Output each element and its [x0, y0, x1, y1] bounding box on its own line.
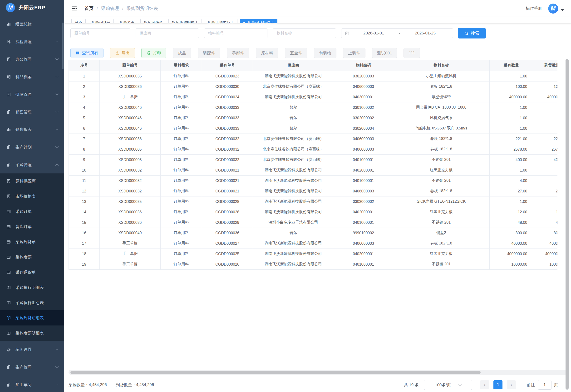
toolbar-button[interactable]: 原材料 — [256, 48, 278, 58]
table-row[interactable]: 12 XSDD000032 订单用料 CGDD000021 湖南飞沃新能源科技股… — [69, 186, 558, 196]
material-code-input[interactable] — [204, 28, 267, 38]
sidebar-item-label: 加工车间 — [15, 382, 56, 388]
table-row[interactable]: 19 手工单据 订单用料 CGDD000026 湖南飞沃新能源科技股份有限公司 … — [69, 259, 558, 270]
cell-order-no: XSDD000036 — [100, 134, 161, 144]
table-row[interactable]: 4 XSDD000046 订单用料 CGDD000033 普尔 03010000… — [69, 102, 558, 113]
toolbar-button[interactable]: 五金件 — [285, 48, 307, 58]
tab-chip[interactable]: 采购到货明细表 — [240, 19, 277, 23]
table-row[interactable]: 13 XSDD000035 订单用料 CGDD000028 湖南飞沃新能源科技股… — [69, 196, 558, 207]
avatar[interactable]: M — [548, 4, 558, 14]
tab-chip[interactable]: 采购到货单 — [88, 19, 114, 23]
table-column-header[interactable]: 用料需求 — [161, 60, 202, 71]
table-row[interactable]: 17 手工单据 订单用料 CGDD000027 湖南飞沃新能源科技股份有限公司 … — [69, 238, 558, 249]
sidebar-item[interactable]: 车间设置 — [0, 341, 64, 358]
toolbar-button[interactable]: 成品 — [173, 48, 191, 58]
search-button[interactable]: 搜索 — [458, 28, 486, 39]
table-column-header[interactable]: 到货数量 — [533, 60, 558, 71]
table-row[interactable]: 15 XSDD000036 订单用料 CGDD000029 深圳小白兔专业干洗有… — [69, 217, 558, 228]
sidebar-item[interactable]: 销售报表 — [0, 121, 64, 138]
table-column-header[interactable]: 物料名称 — [393, 60, 490, 71]
sidebar-item[interactable]: 市场价格表 — [0, 189, 64, 204]
sidebar-item[interactable]: 采购执行明细表 — [0, 280, 64, 295]
table-row[interactable]: 8 XSDD000005 订单用料 CGDD000032 北京赛佳味餐饮有限公司… — [69, 144, 558, 155]
cell-po-no: CGDD000033 — [202, 113, 253, 123]
sidebar-item-label: 销售报表 — [15, 127, 56, 132]
sidebar-item[interactable]: 采购管理 — [0, 156, 64, 173]
table-row[interactable]: 14 XSDD000036 订单用料 CGDD000028 湖南飞沃新能源科技股… — [69, 207, 558, 217]
sidebar-item[interactable]: 料品档案 — [0, 68, 64, 85]
order-no-input[interactable] — [70, 28, 130, 38]
tab-chip[interactable]: 采购执行明细表 — [168, 19, 202, 23]
sidebar-item[interactable]: 加工车间 — [0, 376, 64, 392]
toolbar-button[interactable]: 打印 — [141, 48, 166, 58]
table-row[interactable]: 2 XSDD000036 订单用料 CGDD000030 北京赛佳味餐饮有限公司… — [69, 82, 558, 92]
toolbar-button[interactable]: 查询所有 — [70, 48, 104, 58]
toolbar-button[interactable]: 导出 — [110, 48, 135, 58]
table-column-header[interactable]: 采购数量 — [490, 60, 533, 71]
toolbar-button[interactable]: 上装件 — [343, 48, 365, 58]
sidebar-item[interactable]: 经营总控 — [0, 15, 64, 33]
table-row[interactable]: 6 XSDD000046 订单用料 CGDD000033 普尔 03020000… — [69, 123, 558, 134]
table-row[interactable]: 16 XSDD000040 订单用料 CGDD000036 普尔 9990100… — [69, 228, 558, 238]
table-row[interactable]: 7 XSDD000036 订单用料 CGDD000032 北京赛佳味餐饮有限公司… — [69, 134, 558, 144]
sidebar-item[interactable]: 销售管理 — [0, 103, 64, 121]
tab-chip[interactable]: 首页 — [71, 19, 86, 23]
tab-chip[interactable]: 采购执行汇总表 — [204, 19, 238, 23]
page-size-select[interactable]: 100条/页 — [424, 380, 472, 390]
sidebar-item[interactable]: 采购退货单 — [0, 265, 64, 280]
sidebar-item[interactable]: 研发管理 — [0, 85, 64, 103]
supplier-input[interactable] — [135, 28, 199, 38]
caret-down-icon[interactable] — [561, 9, 564, 11]
table-column-header[interactable]: 供应商 — [253, 60, 334, 71]
date-start-value[interactable]: 2026-01-01 — [349, 31, 398, 36]
sidebar-item[interactable]: 采购到货明细表 — [0, 310, 64, 325]
table-column-header[interactable]: 物料编码 — [334, 60, 393, 71]
sidebar-item[interactable]: 采购发票 — [0, 250, 64, 265]
horizontal-scrollbar-track[interactable] — [69, 370, 569, 375]
toolbar-button[interactable]: 装配件 — [198, 48, 220, 58]
toolbar-button[interactable]: 111 — [404, 48, 420, 58]
sidebar-item[interactable]: 采购到货单 — [0, 234, 64, 250]
sidebar-item[interactable]: 采购订单 — [0, 204, 64, 219]
prev-page-button[interactable]: ‹ — [480, 380, 489, 389]
tab-chip[interactable]: 采购发票 — [116, 19, 138, 23]
current-page-button[interactable]: 1 — [494, 380, 502, 389]
sidebar-item[interactable]: 备库订单 — [0, 219, 64, 234]
table-row[interactable]: 10 XSDD000032 订单用料 CGDD000021 湖南飞沃新能源科技股… — [69, 165, 558, 176]
breadcrumb-home[interactable]: 首页 — [84, 5, 93, 12]
goto-page-input[interactable] — [538, 380, 552, 390]
table-row[interactable]: 18 手工单据 订单用料 CGDD000025 湖南飞沃新能源科技股份有限公司 … — [69, 249, 558, 259]
sidebar-scrollbar-thumb[interactable] — [62, 23, 63, 69]
breadcrumb-purchase[interactable]: 采购管理 — [101, 5, 119, 12]
tab-chip[interactable]: 采购退货单 — [140, 19, 166, 23]
hamburger-fold-icon[interactable] — [71, 5, 77, 11]
table-column-header[interactable]: 采购单号 — [202, 60, 253, 71]
sidebar-item-label: 备库订单 — [15, 224, 58, 229]
table-row[interactable]: 9 XSDD000003 订单用料 CGDD000032 北京赛佳味餐饮有限公司… — [69, 155, 558, 165]
horizontal-scrollbar-thumb[interactable] — [70, 371, 481, 374]
vertical-scrollbar-thumb[interactable] — [566, 59, 569, 390]
sidebar-item[interactable]: 流程管理 — [0, 33, 64, 50]
sidebar-item-icon — [6, 110, 11, 114]
toolbar-button[interactable]: 零部件 — [227, 48, 249, 58]
sidebar-item[interactable]: 采购发票明细表 — [0, 325, 64, 341]
table-row[interactable]: 3 手工单据 订单用料 CGDD000024 湖南飞沃新能源科技股份有限公司 0… — [69, 92, 558, 102]
table-column-header[interactable]: 跟单编号 — [100, 60, 161, 71]
toolbar-button[interactable]: 测试001 — [372, 48, 397, 58]
table-row[interactable]: 11 XSDD000032 订单用料 CGDD000021 湖南飞沃新能源科技股… — [69, 176, 558, 186]
table-row[interactable]: 5 XSDD000046 订单用料 CGDD000033 普尔 03020000… — [69, 113, 558, 123]
table-row[interactable]: 1 XSDD000035 订单用料 CGDD000023 湖南飞沃新能源科技股份… — [69, 71, 558, 82]
manual-link[interactable]: 操作手册 — [526, 6, 542, 11]
sidebar-item[interactable]: 采购执行汇总表 — [0, 295, 64, 310]
date-range-picker[interactable]: 2026-01-01 - 2026-01-25 — [341, 28, 453, 38]
cell-supplier: 北京赛佳味餐饮有限公司（赛百味） — [253, 155, 334, 165]
sidebar-item[interactable]: 生产计划 — [0, 138, 64, 156]
date-end-value[interactable]: 2026-01-25 — [401, 31, 450, 36]
material-name-input[interactable] — [273, 28, 336, 38]
sidebar-item[interactable]: 生产管理 — [0, 358, 64, 376]
sidebar-item[interactable]: 原料供应商 — [0, 173, 64, 189]
toolbar-button[interactable]: 包装物 — [314, 48, 336, 58]
sidebar-item[interactable]: 办公管理 — [0, 50, 64, 68]
table-column-header[interactable]: 序号 — [69, 60, 100, 71]
next-page-button[interactable]: › — [507, 380, 516, 389]
